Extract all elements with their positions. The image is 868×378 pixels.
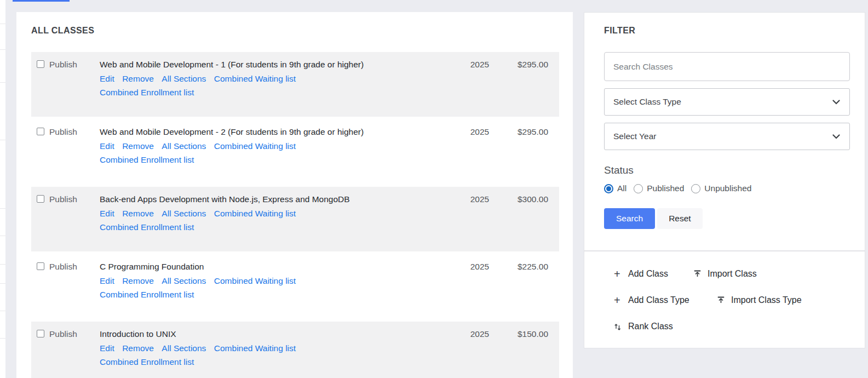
edit-link[interactable]: Edit <box>100 343 114 353</box>
publish-checkbox[interactable] <box>37 195 44 203</box>
all-sections-link[interactable]: All Sections <box>162 141 206 151</box>
filter-panel: FILTER Select Class Type Select Year Sta… <box>584 12 865 251</box>
class-type-select[interactable]: Select Class Type <box>604 88 850 116</box>
edit-link[interactable]: Edit <box>100 74 114 83</box>
remove-link[interactable]: Remove <box>122 276 154 285</box>
chevron-down-icon <box>832 97 840 107</box>
publish-label: Publish <box>49 194 77 205</box>
remove-link[interactable]: Remove <box>122 74 154 83</box>
combined-waiting-list-link[interactable]: Combined Waiting list <box>214 74 296 83</box>
class-row: Publish C Programming Foundation Edit Re… <box>31 254 559 319</box>
status-radio-published[interactable]: Published <box>634 184 684 193</box>
publish-checkbox[interactable] <box>37 330 44 337</box>
class-price: $150.00 <box>499 322 559 378</box>
class-price: $225.00 <box>499 254 559 319</box>
status-radio-unpublished[interactable]: Unpublished <box>691 184 751 193</box>
edit-link[interactable]: Edit <box>100 209 114 218</box>
all-classes-card: ALL CLASSES Publish Web and Mobile Devel… <box>16 12 573 378</box>
page-left-edge-strip <box>0 0 5 378</box>
remove-link[interactable]: Remove <box>122 209 154 218</box>
rank-class-button[interactable]: Rank Class <box>614 322 673 331</box>
plus-icon: + <box>614 269 628 279</box>
combined-enrollment-list-link[interactable]: Combined Enrollment list <box>100 155 194 164</box>
publish-checkbox[interactable] <box>37 60 44 68</box>
class-year: 2025 <box>461 119 499 184</box>
class-name: Web and Mobile Development - 1 (For stud… <box>100 59 461 70</box>
edit-link[interactable]: Edit <box>100 276 114 285</box>
status-label: Status <box>604 164 849 176</box>
class-row: Publish Back-end Apps Development with N… <box>31 187 559 251</box>
radio-icon <box>634 184 643 193</box>
combined-enrollment-list-link[interactable]: Combined Enrollment list <box>100 290 194 299</box>
combined-enrollment-list-link[interactable]: Combined Enrollment list <box>100 88 194 97</box>
remove-link[interactable]: Remove <box>122 141 154 151</box>
edit-link[interactable]: Edit <box>100 141 114 151</box>
import-class-type-button[interactable]: Import Class Type <box>717 295 802 305</box>
class-type-select-value: Select Class Type <box>613 97 681 107</box>
status-radio-group: All Published Unpublished <box>604 184 849 193</box>
publish-label: Publish <box>49 329 77 340</box>
sort-arrows-icon <box>614 322 628 331</box>
add-class-button[interactable]: + Add Class <box>614 269 693 279</box>
all-classes-heading: ALL CLASSES <box>31 26 559 36</box>
class-year: 2025 <box>461 322 499 378</box>
class-name: Web and Mobile Development - 2 (For stud… <box>100 127 461 138</box>
class-year: 2025 <box>461 187 499 251</box>
all-sections-link[interactable]: All Sections <box>162 343 206 353</box>
combined-waiting-list-link[interactable]: Combined Waiting list <box>214 141 296 151</box>
radio-icon <box>691 184 700 193</box>
year-select-value: Select Year <box>613 131 656 141</box>
plus-icon: + <box>614 295 628 305</box>
radio-icon <box>604 184 613 193</box>
active-tab-indicator[interactable] <box>13 0 70 2</box>
all-sections-link[interactable]: All Sections <box>162 276 206 285</box>
combined-waiting-list-link[interactable]: Combined Waiting list <box>214 209 296 218</box>
publish-label: Publish <box>49 127 77 138</box>
class-price: $300.00 <box>499 187 559 251</box>
class-price: $295.00 <box>499 52 559 117</box>
publish-label: Publish <box>49 261 77 272</box>
classes-admin-page: ALL CLASSES Publish Web and Mobile Devel… <box>0 0 868 378</box>
publish-checkbox[interactable] <box>37 128 44 135</box>
chevron-down-icon <box>832 131 840 141</box>
class-price: $295.00 <box>499 119 559 184</box>
add-class-type-button[interactable]: + Add Class Type <box>614 295 717 305</box>
reset-button[interactable]: Reset <box>657 208 703 229</box>
all-sections-link[interactable]: All Sections <box>162 209 206 218</box>
class-row: Publish Web and Mobile Development - 2 (… <box>31 119 559 184</box>
search-classes-input[interactable] <box>604 52 850 81</box>
combined-enrollment-list-link[interactable]: Combined Enrollment list <box>100 357 194 366</box>
all-sections-link[interactable]: All Sections <box>162 74 206 83</box>
class-name: Introduction to UNIX <box>100 329 461 340</box>
import-class-button[interactable]: Import Class <box>693 269 757 279</box>
search-button[interactable]: Search <box>604 208 655 229</box>
year-select[interactable]: Select Year <box>604 123 850 150</box>
publish-checkbox[interactable] <box>37 262 44 270</box>
combined-enrollment-list-link[interactable]: Combined Enrollment list <box>100 222 194 232</box>
class-year: 2025 <box>461 254 499 319</box>
class-year: 2025 <box>461 52 499 117</box>
filter-heading: FILTER <box>604 26 849 36</box>
class-name: C Programming Foundation <box>100 261 461 272</box>
combined-waiting-list-link[interactable]: Combined Waiting list <box>214 343 296 353</box>
class-row: Publish Web and Mobile Development - 1 (… <box>31 52 559 117</box>
import-icon <box>717 296 731 304</box>
remove-link[interactable]: Remove <box>122 343 154 353</box>
status-radio-all[interactable]: All <box>604 184 626 193</box>
class-row: Publish Introduction to UNIX Edit Remove… <box>31 322 559 378</box>
import-icon <box>693 270 708 278</box>
publish-label: Publish <box>49 59 77 70</box>
class-actions-panel: + Add Class Import Class + Add Class Typ… <box>584 251 865 348</box>
combined-waiting-list-link[interactable]: Combined Waiting list <box>214 276 296 285</box>
class-name: Back-end Apps Development with Node.js, … <box>100 194 461 205</box>
